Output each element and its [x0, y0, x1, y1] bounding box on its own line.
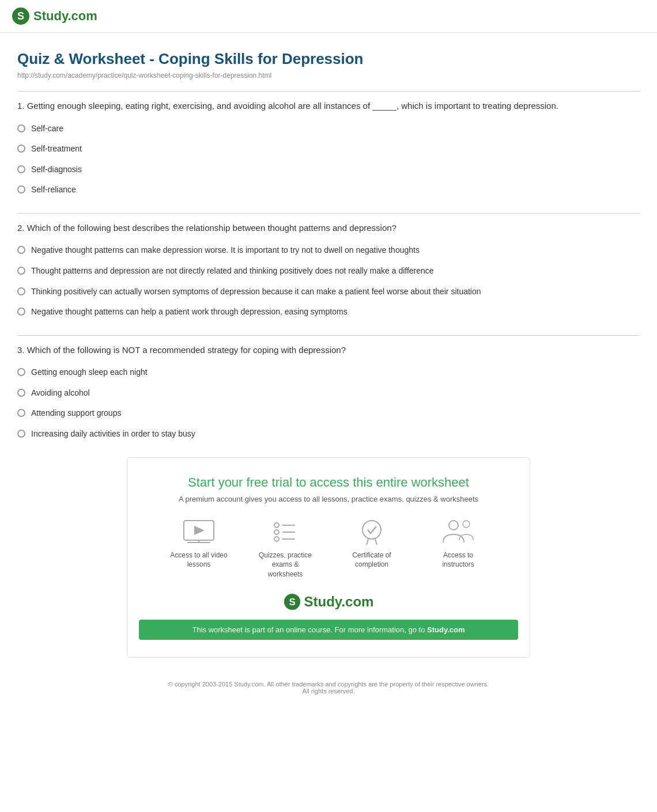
study-logo-icon: S: [12, 7, 30, 25]
question-3-text: 3. Which of the following is NOT a recom…: [17, 344, 640, 357]
promo-logo-icon: S: [284, 593, 301, 610]
svg-line-14: [375, 539, 377, 545]
answer-label-2-1: Negative thought patterns can make depre…: [31, 245, 420, 256]
answer-label-3-1: Getting enough sleep each night: [31, 367, 148, 378]
answer-2-1[interactable]: Negative thought patterns can make depre…: [17, 245, 640, 256]
promo-logo: S Study.com: [139, 593, 518, 610]
answer-2-2[interactable]: Thought patterns and depression are not …: [17, 265, 640, 277]
promo-logo-label: Study.com: [304, 594, 374, 609]
promo-logo-text: Study.com: [304, 594, 374, 610]
radio-2-3[interactable]: [17, 287, 25, 295]
radio-1-4[interactable]: [17, 185, 25, 193]
promo-feature-certificate-label: Certificate of completion: [340, 551, 403, 570]
question-2-text: 2. Which of the following best describes…: [17, 222, 640, 235]
promo-features: Access to all video lessons Quizzes, pra…: [139, 517, 518, 579]
answer-label-1-3: Self-diagnosis: [31, 164, 82, 176]
logo[interactable]: S Study.com: [12, 7, 97, 25]
answer-1-1[interactable]: Self-care: [17, 123, 640, 135]
promo-banner-text: This worksheet is part of an online cour…: [192, 625, 427, 634]
radio-1-3[interactable]: [17, 165, 25, 173]
radio-3-3[interactable]: [17, 409, 25, 417]
page-title: Quiz & Worksheet - Coping Skills for Dep…: [17, 50, 640, 68]
question-2: 2. Which of the following best describes…: [17, 222, 640, 318]
answer-3-1[interactable]: Getting enough sleep each night: [17, 367, 640, 378]
footer-copyright: © copyright 2003-2015 Study.com. All oth…: [29, 681, 628, 688]
question-2-number: 2.: [17, 223, 25, 233]
answer-label-3-2: Avoiding alcohol: [31, 388, 90, 399]
answer-label-2-3: Thinking positively can actually worsen …: [31, 286, 481, 298]
svg-point-8: [274, 530, 279, 534]
radio-2-4[interactable]: [17, 308, 25, 316]
page-url: http://study.com/academy/practice/quiz-w…: [17, 71, 640, 79]
answer-3-3[interactable]: Attending support groups: [17, 408, 640, 419]
promo-banner-link[interactable]: Study.com: [427, 625, 465, 634]
footer-rights: All rights reserved.: [29, 688, 628, 695]
answer-1-4[interactable]: Self-reliance: [17, 184, 640, 196]
svg-point-16: [463, 521, 470, 528]
svg-point-15: [449, 521, 458, 530]
svg-text:S: S: [17, 10, 24, 22]
promo-feature-quizzes-label: Quizzes, practice exams & worksheets: [254, 551, 317, 579]
promo-feature-video-label: Access to all video lessons: [167, 551, 231, 570]
question-1: 1. Getting enough sleeping, eating right…: [17, 100, 640, 196]
divider-1: [17, 213, 640, 214]
divider-top: [17, 91, 640, 92]
radio-1-1[interactable]: [17, 124, 25, 132]
promo-subtitle: A premium account gives you access to al…: [139, 495, 518, 503]
promo-title: Start your free trial to access this ent…: [139, 475, 518, 490]
answer-2-3[interactable]: Thinking positively can actually worsen …: [17, 286, 640, 298]
video-icon: [182, 517, 216, 546]
page-header: S Study.com: [0, 0, 657, 33]
question-1-number: 1.: [17, 101, 25, 111]
certificate-icon: [354, 517, 389, 546]
answer-label-1-4: Self-reliance: [31, 184, 76, 196]
answer-label-3-4: Increasing daily activities in order to …: [31, 428, 195, 440]
answer-1-2[interactable]: Self-treatment: [17, 143, 640, 155]
promo-box: Start your free trial to access this ent…: [127, 457, 530, 658]
answer-3-2[interactable]: Avoiding alcohol: [17, 388, 640, 399]
answer-label-2-4: Negative thought patterns can help a pat…: [31, 306, 348, 318]
question-3-body: Which of the following is NOT a recommen…: [27, 345, 346, 355]
svg-point-6: [274, 523, 279, 528]
svg-line-13: [367, 539, 368, 545]
answer-label-2-2: Thought patterns and depression are not …: [31, 265, 434, 277]
svg-point-10: [274, 537, 279, 541]
question-1-body: Getting enough sleeping, eating right, e…: [27, 101, 558, 111]
answer-3-4[interactable]: Increasing daily activities in order to …: [17, 428, 640, 440]
promo-feature-video: Access to all video lessons: [167, 517, 231, 579]
answer-label-1-2: Self-treatment: [31, 143, 82, 155]
answer-2-4[interactable]: Negative thought patterns can help a pat…: [17, 306, 640, 318]
question-2-body: Which of the following best describes th…: [27, 223, 397, 233]
footer: © copyright 2003-2015 Study.com. All oth…: [17, 669, 640, 706]
radio-1-2[interactable]: [17, 145, 25, 153]
logo-text: Study.com: [33, 9, 97, 24]
question-3-number: 3.: [17, 345, 25, 355]
question-1-text: 1. Getting enough sleeping, eating right…: [17, 100, 640, 113]
logo-label: Study.com: [33, 9, 97, 23]
radio-2-2[interactable]: [17, 267, 25, 275]
radio-2-1[interactable]: [17, 246, 25, 254]
svg-marker-3: [194, 526, 205, 535]
promo-feature-instructors-label: Access to instructors: [426, 551, 490, 570]
instructor-icon: [441, 517, 475, 546]
answer-label-3-3: Attending support groups: [31, 408, 121, 419]
promo-banner: This worksheet is part of an online cour…: [139, 620, 518, 640]
promo-feature-quizzes: Quizzes, practice exams & worksheets: [254, 517, 317, 579]
radio-3-1[interactable]: [17, 368, 25, 376]
main-content: Quiz & Worksheet - Coping Skills for Dep…: [0, 33, 657, 718]
question-3: 3. Which of the following is NOT a recom…: [17, 344, 640, 440]
svg-text:S: S: [289, 597, 295, 608]
quizzes-icon: [268, 517, 303, 546]
promo-feature-certificate: Certificate of completion: [340, 517, 403, 579]
radio-3-4[interactable]: [17, 430, 25, 438]
divider-2: [17, 335, 640, 336]
answer-1-3[interactable]: Self-diagnosis: [17, 164, 640, 176]
svg-point-12: [363, 521, 381, 539]
radio-3-2[interactable]: [17, 389, 25, 397]
promo-feature-instructors: Access to instructors: [426, 517, 490, 579]
answer-label-1-1: Self-care: [31, 123, 63, 135]
